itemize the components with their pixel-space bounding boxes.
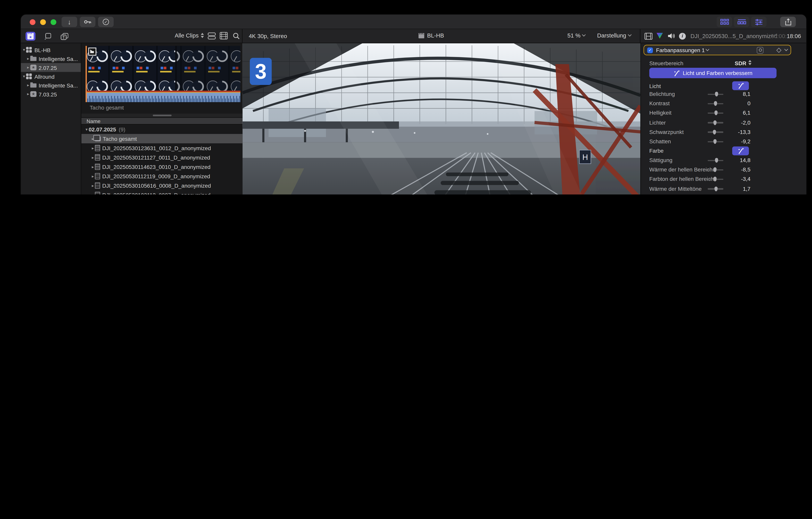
color-mask-icon[interactable] bbox=[757, 47, 763, 54]
close-button[interactable] bbox=[30, 19, 35, 25]
svg-text:H: H bbox=[582, 153, 588, 161]
sidebar-item-intelligente-sa-[interactable]: ▸Intelligente Sa... bbox=[21, 54, 81, 63]
disclosure-icon: ▾ bbox=[84, 127, 88, 132]
slider-label: Lichter bbox=[649, 119, 666, 125]
clip-name: DJI_20250530121127_0011_D_anonymized bbox=[102, 154, 210, 160]
disclosure-icon: ▸ bbox=[26, 65, 30, 70]
viewer[interactable]: 3 H bbox=[242, 43, 640, 194]
smart-collection-icon: ★ bbox=[30, 91, 36, 97]
tasks-button[interactable]: ✓ bbox=[98, 17, 114, 27]
control-range-value[interactable]: SDR bbox=[735, 60, 752, 66]
svg-text:♪: ♪ bbox=[45, 35, 47, 40]
film-icon bbox=[644, 33, 652, 40]
disclosure-icon: ▾ bbox=[22, 74, 26, 79]
pane-resize-handle[interactable] bbox=[81, 114, 242, 117]
color-triangle-icon bbox=[656, 32, 663, 39]
sidebar-item-allround[interactable]: ▾Allround bbox=[21, 72, 81, 81]
effect-header[interactable]: ✓ Farbanpassungen 1 bbox=[644, 45, 791, 55]
clapperboard-icon: ★ bbox=[27, 33, 34, 40]
disclosure-icon: ▾ bbox=[22, 48, 26, 52]
sidebar-item-7-03-25[interactable]: ▸★7.03.25 bbox=[21, 90, 81, 98]
slider-thumb[interactable] bbox=[715, 111, 718, 115]
light-slider-0: Belichtung8,1 bbox=[641, 89, 806, 98]
sidebar-item-label: 7.03.25 bbox=[39, 91, 57, 97]
browser-panel-icon bbox=[720, 19, 729, 25]
svg-text:★: ★ bbox=[29, 35, 32, 39]
share-button[interactable] bbox=[780, 17, 796, 27]
keyframe-icon[interactable] bbox=[776, 48, 781, 53]
list-item-clip[interactable]: ▸DJI_20250530121127_0011_D_anonymized bbox=[81, 153, 242, 162]
color-slider-3: Wärme der Mitteltöne1,7 bbox=[641, 184, 806, 193]
list-item-clip[interactable]: ▸DJI_20250530103112_0007_D_anonymized bbox=[81, 190, 242, 194]
light-slider-3: Lichter-2,0 bbox=[641, 118, 806, 127]
slider-thumb[interactable] bbox=[715, 158, 718, 163]
inspector-panel-icon bbox=[755, 19, 763, 25]
list-group-02.07.2025[interactable]: ▾02.07.2025(9) bbox=[81, 125, 242, 134]
list-item-clip[interactable]: ▸DJI_20250530114623_0010_D_anonymized bbox=[81, 162, 242, 172]
viewer-project-name: BL-HB bbox=[427, 32, 444, 38]
slider-thumb[interactable] bbox=[715, 92, 718, 96]
video-inspector-tab[interactable] bbox=[644, 33, 652, 40]
light-auto-button[interactable] bbox=[732, 81, 749, 90]
light-section-label: Licht bbox=[641, 83, 661, 89]
browser-panel-toggle[interactable] bbox=[717, 17, 732, 27]
browser-search-button[interactable] bbox=[232, 32, 240, 39]
audio-inspector-tab[interactable] bbox=[668, 33, 675, 39]
inspector-panel-toggle[interactable] bbox=[751, 17, 767, 27]
svg-text:T: T bbox=[62, 35, 65, 40]
list-view-button[interactable] bbox=[220, 32, 228, 40]
slider-thumb[interactable] bbox=[714, 120, 717, 125]
download-button[interactable]: ↓ bbox=[62, 17, 77, 27]
search-icon bbox=[232, 32, 240, 39]
disclosure-icon: ▸ bbox=[91, 155, 95, 160]
light-slider-4: Schwarzpunkt-13,3 bbox=[641, 127, 806, 136]
slider-value: 8,1 bbox=[719, 91, 750, 97]
disclosure-icon: ▸ bbox=[91, 174, 95, 179]
minimize-button[interactable] bbox=[40, 19, 46, 25]
slider-label: Wärme der Mitteltöne bbox=[649, 185, 702, 191]
clip-name: Tacho gesamt bbox=[103, 135, 137, 142]
color-auto-button[interactable] bbox=[732, 147, 749, 155]
viewer-zoom-value: 51 % bbox=[568, 32, 580, 38]
list-item-clip[interactable]: ▸DJI_20250530105616_0008_D_anonymized bbox=[81, 181, 242, 190]
slider-value: 6,1 bbox=[719, 110, 750, 116]
viewer-view-menu[interactable]: Darstellung bbox=[597, 32, 631, 38]
sidebar-item-label: Intelligente Sa... bbox=[39, 56, 78, 62]
filmstrip-preview[interactable] bbox=[86, 46, 240, 102]
updown-icon bbox=[201, 33, 204, 38]
chevron-down-icon bbox=[582, 33, 586, 36]
clip-filter-menu[interactable]: Alle Clips bbox=[175, 32, 204, 38]
zoom-button[interactable] bbox=[51, 19, 56, 25]
slider-thumb[interactable] bbox=[713, 130, 716, 134]
slider-thumb[interactable] bbox=[714, 186, 718, 191]
filmstrip-view-button[interactable] bbox=[207, 32, 216, 39]
slider-value: 14,8 bbox=[719, 157, 750, 163]
slider-label: Helligkeit bbox=[649, 110, 671, 116]
check-circle-icon: ✓ bbox=[103, 19, 109, 25]
media-browser-tab[interactable]: ★ bbox=[26, 32, 35, 41]
color-slider-4: Farbton der Mitteltöne-1,1 bbox=[641, 193, 806, 194]
info-inspector-tab[interactable]: i bbox=[679, 33, 686, 40]
clip-name: DJI_20250530105616_0008_D_anonymized bbox=[102, 182, 211, 189]
timeline-panel-toggle[interactable] bbox=[734, 17, 750, 27]
sidebar-item-2-07-25[interactable]: ▸★2.07.25 bbox=[21, 63, 81, 72]
share-icon bbox=[785, 18, 791, 25]
list-item-compound[interactable]: ▸Tacho gesamt bbox=[81, 134, 242, 143]
sidebar-item-intelligente-sa-[interactable]: ▸Intelligente Sa... bbox=[21, 81, 81, 90]
list-header-name[interactable]: Name bbox=[81, 117, 242, 125]
list-item-clip[interactable]: ▸DJI_20250530112119_0009_D_anonymized bbox=[81, 172, 242, 181]
enhance-light-color-button[interactable]: Licht und Farben verbessern bbox=[649, 68, 777, 78]
slider-thumb[interactable] bbox=[713, 139, 717, 144]
slider-thumb[interactable] bbox=[714, 101, 717, 106]
color-section-row: Farbe bbox=[641, 146, 806, 156]
color-inspector-tab[interactable] bbox=[656, 32, 663, 39]
control-range-row: Steuerbereich SDR bbox=[641, 59, 806, 67]
music-photos-tab[interactable]: ♪ bbox=[42, 32, 52, 41]
key-button[interactable] bbox=[80, 17, 95, 27]
titles-generators-tab[interactable]: T bbox=[59, 32, 69, 41]
effect-enabled-checkbox[interactable]: ✓ bbox=[647, 47, 653, 53]
list-item-clip[interactable]: ▸DJI_20250530123631_0012_D_anonymized bbox=[81, 143, 242, 153]
sidebar-item-bl-hb[interactable]: ▾BL-HB bbox=[21, 45, 81, 54]
slider-label: Kontrast bbox=[649, 100, 670, 106]
viewer-zoom-menu[interactable]: 51 % bbox=[568, 32, 585, 38]
